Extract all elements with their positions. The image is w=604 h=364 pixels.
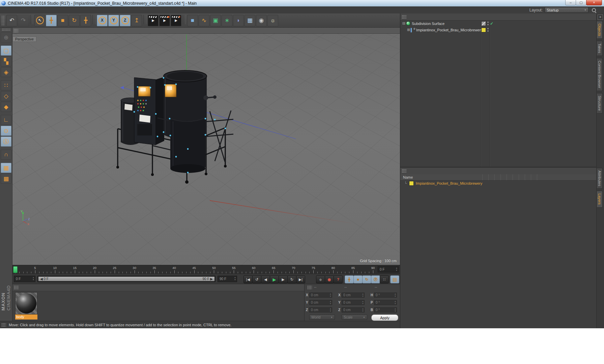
edges-mode-button[interactable]: ◇: [1, 91, 11, 101]
web-globe-button[interactable]: ⊕: [1, 32, 11, 42]
magnet-snap-button[interactable]: ∩: [1, 150, 11, 160]
deformer-button[interactable]: ◗: [233, 15, 244, 26]
goto-end-button[interactable]: ▶|: [296, 275, 305, 283]
z-axis-lock-button[interactable]: Z: [120, 15, 131, 26]
material-name[interactable]: body: [15, 314, 37, 320]
undo-button[interactable]: ↶: [6, 15, 17, 26]
maximize-button[interactable]: ▢: [576, 0, 586, 5]
size-x-field[interactable]: 0 cm▲▼: [342, 293, 365, 298]
viewport-grip[interactable]: [13, 29, 18, 33]
tab-takes[interactable]: Takes: [597, 41, 603, 56]
subdivision-surface-button[interactable]: ▣: [210, 15, 221, 26]
next-frame-button[interactable]: ▶: [279, 275, 288, 283]
toolbar-grip[interactable]: [1, 16, 5, 26]
x-axis-lock-button[interactable]: X: [97, 15, 108, 26]
workplane-cycle-button[interactable]: ▩: [1, 174, 11, 184]
coordinates-grip[interactable]: [307, 285, 312, 290]
position-z-field[interactable]: 0 cm▲▼: [309, 307, 332, 312]
rotation-b-field[interactable]: 0 °▲▼: [374, 307, 397, 312]
object-manager-grip[interactable]: [402, 15, 406, 19]
expand-icon[interactable]: ⊞: [406, 28, 411, 32]
coordinate-system-dropdown[interactable]: World▼: [309, 314, 335, 320]
layout-dropdown[interactable]: Startup ▼: [545, 7, 588, 13]
tab-attributes[interactable]: Attributes: [597, 168, 603, 189]
axis-mode-button[interactable]: ∟: [1, 115, 11, 125]
points-mode-button[interactable]: ∷: [1, 80, 11, 90]
close-button[interactable]: ×: [586, 0, 602, 5]
last-tool-button[interactable]: ╋: [80, 15, 91, 26]
layer-manager-grip[interactable]: [402, 169, 406, 173]
autokey-button[interactable]: ?: [334, 275, 343, 283]
rotate-tool-button[interactable]: ↻: [69, 15, 80, 26]
tab-layers[interactable]: Layers: [597, 191, 603, 207]
viewport-mouse-button[interactable]: ⊙: [1, 126, 11, 136]
size-y-field[interactable]: 0 cm▲▼: [342, 300, 365, 305]
apply-button[interactable]: Apply: [371, 314, 398, 321]
collapse-icon[interactable]: ⊟: [402, 21, 406, 26]
scale-tool-button[interactable]: ■: [57, 15, 68, 26]
cloner-button[interactable]: ∗: [222, 15, 232, 26]
rotation-p-field[interactable]: 0 °▲▼: [374, 300, 397, 305]
previous-key-button[interactable]: ↺: [252, 275, 261, 283]
position-y-field[interactable]: 0 cm▲▼: [309, 300, 332, 305]
texture-mode-button[interactable]: ▚: [1, 56, 11, 66]
enabled-check-icon[interactable]: ✓: [490, 21, 493, 26]
object-row-subdivision-surface[interactable]: ⊟ Subdivision Surface ✓: [400, 20, 597, 27]
redo-button[interactable]: ↷: [18, 15, 29, 26]
live-selection-button[interactable]: ↖: [34, 15, 45, 26]
add-panel-button[interactable]: +: [598, 14, 603, 20]
next-key-button[interactable]: ↻: [287, 275, 296, 283]
display-tag-icon[interactable]: [481, 21, 486, 26]
record-parameter-toggle[interactable]: Ⓟ: [371, 275, 380, 283]
add-cube-button[interactable]: ■: [187, 15, 198, 26]
play-button[interactable]: ▶: [270, 275, 279, 283]
record-scale-toggle[interactable]: ■: [353, 275, 363, 283]
tab-content-browser[interactable]: Content Browser: [597, 58, 603, 91]
floor-button[interactable]: ▦: [245, 15, 255, 26]
frame-display-field[interactable]: 0 F▲▼: [378, 266, 399, 272]
coordinate-system-button[interactable]: ↥: [131, 15, 142, 26]
y-axis-lock-button[interactable]: Y: [108, 15, 119, 26]
tab-objects[interactable]: Objects: [597, 21, 603, 39]
frame-range-slider[interactable]: ◀ 0 F 90 F ▶: [37, 276, 215, 282]
rotation-h-field[interactable]: 0 °▲▼: [374, 293, 397, 298]
spline-pen-button[interactable]: ∿: [199, 15, 209, 26]
search-icon[interactable]: [592, 8, 596, 12]
current-frame-field[interactable]: 0 F▲▼: [14, 276, 35, 282]
viewport-canvas[interactable]: Y Z X: [12, 34, 400, 265]
light-button[interactable]: ☼: [267, 15, 278, 26]
sidebar-grip[interactable]: [2, 28, 10, 31]
texture-tag-icon[interactable]: [481, 28, 486, 32]
move-tool-button[interactable]: ╋: [46, 15, 57, 26]
material-thumbnail[interactable]: [15, 292, 37, 314]
record-position-toggle[interactable]: ╋: [345, 275, 354, 283]
render-picture-viewer-button[interactable]: ▶ ■: [159, 15, 170, 26]
timeline-ruler[interactable]: 051015202530354045505560657075808590 0 F…: [12, 265, 400, 274]
keyframe-button[interactable]: ◆: [316, 275, 325, 283]
model-mode-button[interactable]: ▢: [1, 46, 11, 56]
end-frame-field[interactable]: 90 F▲▼: [218, 276, 237, 282]
layer-color-icon[interactable]: [409, 181, 414, 186]
playhead[interactable]: [13, 266, 18, 273]
material-manager-grip[interactable]: [14, 285, 19, 290]
render-settings-button[interactable]: ▶ ∗: [171, 15, 181, 26]
workplane-mode-button[interactable]: ◈: [1, 67, 11, 77]
previous-frame-button[interactable]: ◀: [261, 275, 270, 283]
size-z-field[interactable]: 0 cm▲▼: [342, 307, 365, 312]
position-x-field[interactable]: 0 cm▲▼: [309, 293, 332, 298]
polygons-mode-button[interactable]: ◆: [1, 102, 11, 112]
minimize-button[interactable]: –: [565, 0, 576, 5]
brewery-model[interactable]: [116, 70, 233, 184]
size-mode-dropdown[interactable]: Scale▼: [342, 314, 367, 320]
viewport[interactable]: Y Z X Perspective Grid Spacing : 100 cm: [12, 34, 400, 265]
goto-start-button[interactable]: |◀: [243, 275, 253, 283]
object-row-microbrewery[interactable]: ⊞ ▍0 Impiantinox_Pocket_Brau_Microbrewer…: [400, 27, 597, 33]
workplane-lock-button[interactable]: ▦: [1, 163, 11, 173]
camera-button[interactable]: ◉: [256, 15, 267, 26]
visibility-dots-icon[interactable]: [487, 28, 489, 32]
render-view-button[interactable]: ▶: [148, 15, 159, 26]
tab-structure[interactable]: Structure: [597, 93, 603, 114]
tim­eline-film-button[interactable]: ▤: [390, 275, 399, 283]
record-rotation-toggle[interactable]: ↻: [362, 275, 371, 283]
snap-toggle-button[interactable]: Ⓢ: [1, 136, 11, 147]
